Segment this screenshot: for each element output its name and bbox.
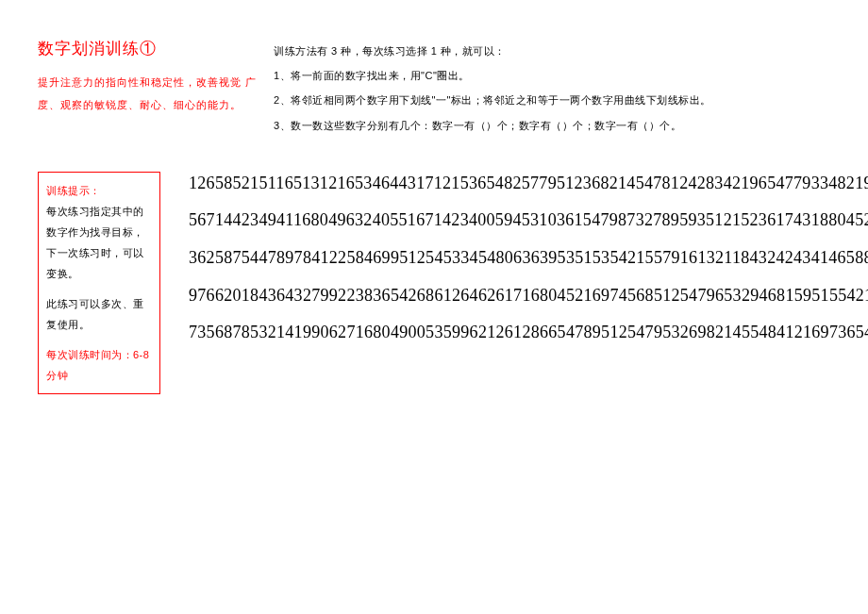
number-row: 9766201843643279922383654268612646261716… <box>189 286 868 307</box>
instruction-method3: 3、数一数这些数字分别有几个：数字一有（）个；数字有（）个；数字一有（）个。 <box>274 114 840 137</box>
tip-time: 每次训练时间为：6-8 分钟 <box>46 344 152 386</box>
page-subtitle: 提升注意力的指向性和稳定性，改善视觉 广度、观察的敏锐度、耐心、细心的能力。 <box>38 71 274 116</box>
page-title: 数字划消训练① <box>38 38 274 59</box>
instructions-block: 训练方法有 3 种，每次练习选择 1 种，就可以： 1、将一前面的数字找出来，用… <box>274 38 840 139</box>
tip-title: 训练提示： <box>46 180 152 201</box>
tip-para2: 此练习可以多次、重复使用。 <box>46 293 152 335</box>
tip-para1: 每次练习指定其中的数字作为找寻目标，下一次练习时，可以变换。 <box>46 201 152 284</box>
number-row: 1265852151165131216534644317121536548257… <box>189 174 868 194</box>
numbers-area: 1265852151165131216534644317121536548257… <box>160 172 868 394</box>
tip-box: 训练提示： 每次练习指定其中的数字作为找寻目标，下一次练习时，可以变换。 此练习… <box>38 172 160 394</box>
instruction-method2: 2、将邻近相同两个数字用下划线"一"标出；将邻近之和等于一两个数字用曲线下划线标… <box>274 89 840 111</box>
instruction-method1: 1、将一前面的数字找出来，用"C"圈出。 <box>274 64 840 87</box>
number-row: 7356878532141990627168049005359962126128… <box>189 323 868 343</box>
number-row: 5671442349411680496324055167142340059453… <box>189 210 868 231</box>
number-row: 3625875447897841225846995125453345480636… <box>189 248 868 269</box>
instruction-intro: 训练方法有 3 种，每次练习选择 1 种，就可以： <box>274 40 840 62</box>
